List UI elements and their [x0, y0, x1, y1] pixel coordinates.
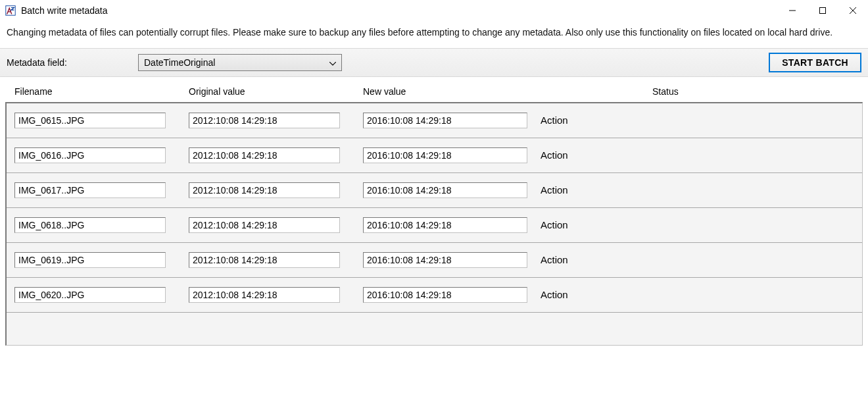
filename-field: IMG_0615..JPG	[14, 113, 166, 128]
action-link[interactable]: Action	[541, 149, 652, 161]
new-value-input[interactable]	[363, 217, 527, 233]
data-grid: IMG_0615..JPG 2012:10:08 14:29:18 Action…	[5, 102, 863, 346]
table-row: IMG_0620..JPG 2012:10:08 14:29:18 Action	[7, 278, 862, 313]
table-row: IMG_0616..JPG 2012:10:08 14:29:18 Action	[7, 138, 862, 173]
toolbar: Metadata field: DateTimeOriginal START B…	[0, 48, 868, 77]
new-value-input[interactable]	[363, 252, 527, 268]
action-link[interactable]: Action	[541, 219, 652, 230]
table-row: IMG_0615..JPG 2012:10:08 14:29:18 Action	[7, 103, 862, 138]
original-value-field: 2012:10:08 14:29:18	[189, 252, 340, 268]
action-link[interactable]: Action	[541, 184, 652, 196]
warning-text: Changing metadata of files can potential…	[0, 21, 868, 48]
window-title: Batch write metadata	[21, 5, 108, 16]
filename-field: IMG_0619..JPG	[14, 252, 166, 268]
header-original: Original value	[189, 86, 363, 97]
filename-field: IMG_0616..JPG	[14, 147, 166, 163]
close-button[interactable]	[838, 0, 868, 21]
app-icon	[4, 4, 17, 17]
new-value-input[interactable]	[363, 287, 527, 303]
header-new: New value	[363, 86, 541, 97]
table-row: IMG_0619..JPG 2012:10:08 14:29:18 Action	[7, 243, 862, 278]
chevron-down-icon	[329, 57, 336, 68]
filename-field: IMG_0618..JPG	[14, 217, 166, 233]
filename-field: IMG_0620..JPG	[14, 287, 166, 303]
action-link[interactable]: Action	[541, 254, 652, 265]
new-value-input[interactable]	[363, 182, 527, 198]
original-value-field: 2012:10:08 14:29:18	[189, 182, 340, 198]
metadata-field-value: DateTimeOriginal	[144, 57, 215, 68]
column-headers: Filename Original value New value Status	[0, 77, 868, 102]
original-value-field: 2012:10:08 14:29:18	[189, 147, 340, 163]
new-value-input[interactable]	[363, 113, 527, 128]
table-row: IMG_0618..JPG 2012:10:08 14:29:18 Action	[7, 208, 862, 243]
metadata-field-dropdown[interactable]: DateTimeOriginal	[138, 54, 342, 71]
minimize-button[interactable]	[777, 0, 808, 21]
header-filename: Filename	[14, 86, 189, 97]
original-value-field: 2012:10:08 14:29:18	[189, 113, 340, 128]
filename-field: IMG_0617..JPG	[14, 182, 166, 198]
metadata-field-label: Metadata field:	[7, 57, 138, 68]
titlebar[interactable]: Batch write metadata	[0, 0, 868, 21]
start-batch-button[interactable]: START BATCH	[769, 53, 861, 72]
svg-rect-1	[820, 8, 826, 14]
action-link[interactable]: Action	[541, 289, 652, 300]
maximize-button[interactable]	[808, 0, 838, 21]
window-controls	[777, 0, 868, 21]
table-row: IMG_0617..JPG 2012:10:08 14:29:18 Action	[7, 173, 862, 208]
action-link[interactable]: Action	[541, 115, 652, 126]
original-value-field: 2012:10:08 14:29:18	[189, 217, 340, 233]
original-value-field: 2012:10:08 14:29:18	[189, 287, 340, 303]
new-value-input[interactable]	[363, 147, 527, 163]
header-status: Status	[652, 86, 861, 97]
